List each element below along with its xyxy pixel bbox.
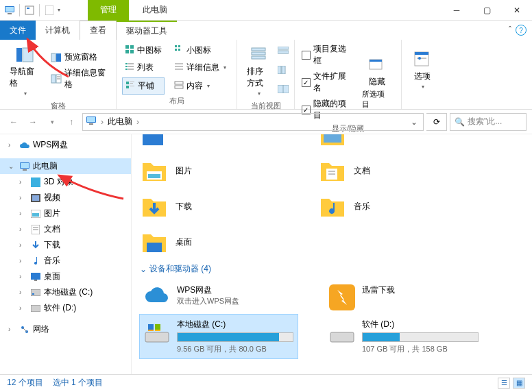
- svg-rect-20: [175, 49, 177, 51]
- svg-rect-39: [252, 52, 265, 55]
- svg-rect-48: [370, 60, 382, 62]
- network-icon: [19, 324, 30, 335]
- nav-back-button[interactable]: ←: [5, 114, 22, 130]
- pc-icon[interactable]: [4, 5, 15, 16]
- maximize-button[interactable]: ▢: [472, 0, 502, 21]
- layout-small-icons[interactable]: 小图标: [171, 42, 229, 58]
- refresh-button[interactable]: ⟳: [426, 113, 447, 131]
- nav-up-button[interactable]: ↑: [63, 114, 80, 130]
- main-area: › WPS网盘 ⌄ 此电脑 ›3D 对象 ›视频 ›图片 ›文档 ›下载 ›音乐…: [0, 134, 532, 374]
- layout-list[interactable]: 列表: [122, 60, 165, 75]
- preview-pane-button[interactable]: 预览窗格: [48, 50, 110, 64]
- hide-selected-button[interactable]: 隐藏 所选项目: [358, 42, 396, 122]
- list-icon: [125, 62, 134, 73]
- nav-recent-dropdown[interactable]: ▾: [44, 114, 60, 130]
- section-devices[interactable]: ⌄ 设备和驱动器 (4): [140, 263, 524, 275]
- tree-3d[interactable]: ›3D 对象: [0, 174, 131, 190]
- svg-rect-37: [175, 86, 183, 88]
- checkbox-file-ext[interactable]: ✓文件扩展名: [300, 70, 354, 95]
- folder-desktop[interactable]: 桌面: [140, 228, 277, 256]
- tree-downloads[interactable]: ›下载: [0, 237, 131, 253]
- ribbon-group-currentview-label: 当前视图: [243, 99, 289, 112]
- folder-downloads[interactable]: 下载: [140, 192, 277, 221]
- drive-wps[interactable]: WPS网盘 双击进入WPS网盘: [140, 280, 298, 315]
- close-button[interactable]: ✕: [502, 0, 532, 21]
- svg-rect-42: [278, 51, 289, 53]
- tree-thispc[interactable]: ⌄ 此电脑: [0, 158, 131, 174]
- folder-item[interactable]: [140, 134, 277, 149]
- options-button[interactable]: 选项 ▾: [409, 42, 436, 97]
- tab-drive-tools[interactable]: 驱动器工具: [117, 21, 177, 40]
- help-icon[interactable]: ?: [516, 25, 527, 36]
- svg-rect-75: [143, 134, 163, 145]
- tree-network[interactable]: ›网络: [0, 321, 131, 337]
- svg-rect-5: [45, 5, 53, 15]
- layout-content[interactable]: 内容▾: [171, 77, 229, 95]
- svg-rect-7: [23, 48, 33, 62]
- ribbon-collapse-icon[interactable]: ˆ: [509, 25, 511, 35]
- view-details-toggle[interactable]: ☰: [498, 378, 510, 389]
- doc-icon[interactable]: [44, 5, 55, 16]
- status-selected-count: 选中 1 个项目: [53, 377, 103, 389]
- layout-tiles[interactable]: 平铺: [122, 77, 165, 95]
- layout-details[interactable]: 详细信息▾: [171, 60, 229, 75]
- quick-access-toolbar: ▾: [0, 4, 60, 16]
- chevron-down-icon[interactable]: ⌄: [8, 162, 16, 170]
- chevron-right-icon[interactable]: ›: [8, 141, 16, 149]
- tree-drive-c[interactable]: ›本地磁盘 (C:): [0, 284, 131, 300]
- folder-documents[interactable]: 文档: [318, 156, 455, 185]
- folder-item[interactable]: [318, 134, 455, 149]
- tree-drive-d[interactable]: ›软件 (D:): [0, 300, 131, 316]
- group-by-icon[interactable]: [278, 47, 289, 57]
- minimize-button[interactable]: ─: [442, 0, 472, 21]
- tree-pictures[interactable]: ›图片: [0, 206, 131, 221]
- view-icons-toggle[interactable]: ▦: [513, 378, 525, 389]
- nav-forward-button[interactable]: →: [25, 114, 41, 130]
- nav-pane-button[interactable]: 导航窗格 ▾: [5, 42, 44, 99]
- tree-desktop[interactable]: ›桌面: [0, 269, 131, 284]
- qat-dropdown[interactable]: ▾: [58, 7, 60, 13]
- tree-videos[interactable]: ›视频: [0, 190, 131, 206]
- pc-icon: [19, 161, 30, 172]
- folder-music[interactable]: 音乐: [318, 192, 455, 221]
- svg-rect-27: [128, 69, 134, 70]
- svg-rect-89: [155, 330, 160, 331]
- ribbon-tabs: 文件 计算机 查看 驱动器工具 ˆ ?: [0, 21, 532, 40]
- search-input[interactable]: 🔍 搜索"此...: [450, 113, 527, 131]
- svg-rect-33: [130, 83, 133, 84]
- video-icon: [30, 193, 41, 204]
- checkbox-item-checkboxes[interactable]: 项目复选框: [300, 42, 354, 67]
- tab-file[interactable]: 文件: [0, 21, 36, 40]
- drive-d[interactable]: 软件 (D:) 107 GB 可用，共 158 GB: [325, 315, 483, 358]
- drive-icon: [30, 303, 41, 314]
- sort-button[interactable]: 排序方式 ▾: [243, 42, 274, 99]
- address-dropdown[interactable]: ⌄: [408, 117, 420, 127]
- details-pane-icon: [51, 73, 62, 84]
- add-columns-icon[interactable]: [278, 66, 289, 76]
- properties-icon[interactable]: [24, 5, 35, 16]
- size-columns-icon[interactable]: [278, 85, 289, 95]
- layout-medium-icons[interactable]: 中图标: [122, 42, 165, 58]
- folder-pictures[interactable]: 图片: [140, 156, 277, 185]
- svg-rect-43: [278, 66, 281, 74]
- svg-rect-69: [31, 289, 40, 296]
- nav-tree: › WPS网盘 ⌄ 此电脑 ›3D 对象 ›视频 ›图片 ›文档 ›下载 ›音乐…: [0, 134, 132, 374]
- content-icon: [174, 80, 184, 92]
- tiles-icon: [125, 80, 135, 92]
- tree-wps[interactable]: › WPS网盘: [0, 137, 131, 153]
- tree-music[interactable]: ›音乐: [0, 253, 131, 269]
- address-field[interactable]: › 此电脑 › ⌄: [82, 113, 424, 131]
- address-pc-icon: [86, 115, 97, 128]
- usage-bar: [362, 332, 479, 342]
- tab-computer[interactable]: 计算机: [36, 21, 80, 40]
- svg-rect-21: [178, 49, 180, 51]
- tab-view[interactable]: 查看: [80, 21, 117, 40]
- drive-xunlei[interactable]: 迅雷下载: [325, 280, 483, 315]
- drive-c[interactable]: 本地磁盘 (C:) 9.56 GB 可用，共 80.0 GB: [140, 315, 298, 358]
- breadcrumb-thispc[interactable]: 此电脑: [108, 116, 132, 127]
- drive-icon: [144, 319, 170, 345]
- details-pane-button[interactable]: 详细信息窗格: [48, 66, 110, 92]
- tree-documents[interactable]: ›文档: [0, 221, 131, 237]
- svg-rect-83: [147, 243, 162, 252]
- svg-rect-88: [148, 330, 154, 331]
